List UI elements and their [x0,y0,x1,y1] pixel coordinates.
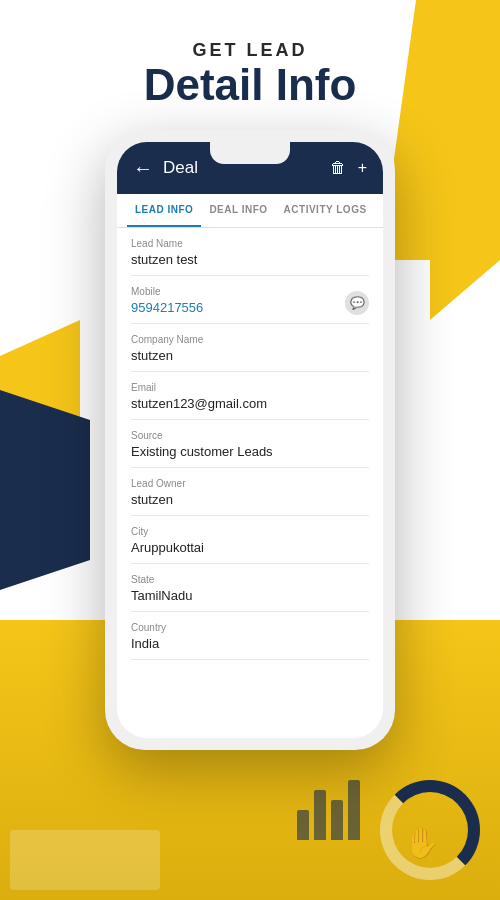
value-company-name: stutzen [131,348,369,363]
app-bar-actions: 🗑 + [330,159,367,177]
label-lead-name: Lead Name [131,238,369,249]
value-state: TamilNadu [131,588,369,603]
phone-notch [210,142,290,164]
add-button[interactable]: + [358,159,367,177]
header-subtitle: GET LEAD [0,40,500,61]
value-email: stutzen123@gmail.com [131,396,369,411]
value-mobile[interactable]: 9594217556 [131,300,369,315]
bar-3 [331,800,343,840]
field-company-name: Company Name stutzen [131,334,369,372]
bar-4 [348,780,360,840]
tab-bar: LEAD INFO DEAL INFO ACTIVITY LOGS QUOT [117,194,383,228]
header-title: Detail Info [0,61,500,109]
bg-shape-navy-left [0,390,90,590]
label-mobile: Mobile [131,286,369,297]
field-lead-owner: Lead Owner stutzen [131,478,369,516]
label-source: Source [131,430,369,441]
phone-screen: ← Deal 🗑 + LEAD INFO DEAL INFO ACTIVITY … [117,142,383,738]
back-button[interactable]: ← [133,157,153,180]
field-country: Country India [131,622,369,660]
chat-icon[interactable]: 💬 [345,291,369,315]
bar-1 [297,810,309,840]
tab-lead-info[interactable]: LEAD INFO [127,194,201,227]
tab-quot[interactable]: QUOT [375,194,383,227]
page-header: GET LEAD Detail Info [0,0,500,129]
value-source: Existing customer Leads [131,444,369,459]
value-lead-owner: stutzen [131,492,369,507]
label-city: City [131,526,369,537]
delete-button[interactable]: 🗑 [330,159,346,177]
field-email: Email stutzen123@gmail.com [131,382,369,420]
form-area: Lead Name stutzen test Mobile 9594217556… [117,228,383,719]
label-state: State [131,574,369,585]
field-state: State TamilNadu [131,574,369,612]
label-email: Email [131,382,369,393]
label-lead-owner: Lead Owner [131,478,369,489]
value-lead-name: stutzen test [131,252,369,267]
field-source: Source Existing customer Leads [131,430,369,468]
value-country: India [131,636,369,651]
hand-icon-decoration: ✋ [403,825,440,860]
phone-mockup: ← Deal 🗑 + LEAD INFO DEAL INFO ACTIVITY … [105,130,395,750]
field-mobile: Mobile 9594217556 💬 [131,286,369,324]
field-city: City Aruppukottai [131,526,369,564]
value-city: Aruppukottai [131,540,369,555]
bar-2 [314,790,326,840]
label-company-name: Company Name [131,334,369,345]
field-lead-name: Lead Name stutzen test [131,238,369,276]
keyboard-decoration [10,830,160,890]
tab-deal-info[interactable]: DEAL INFO [201,194,275,227]
phone-outer: ← Deal 🗑 + LEAD INFO DEAL INFO ACTIVITY … [105,130,395,750]
tab-activity-logs[interactable]: ACTIVITY LOGS [276,194,375,227]
chart-bars-decoration [297,780,360,840]
label-country: Country [131,622,369,633]
